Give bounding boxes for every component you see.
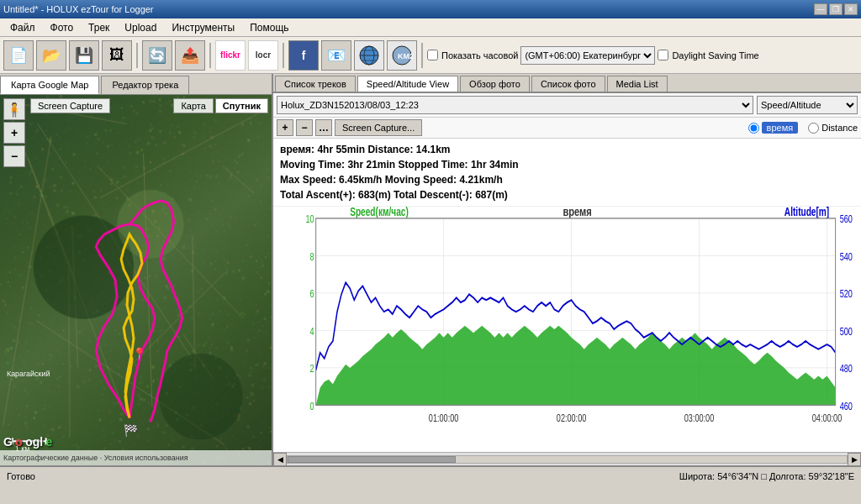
radio-distance-label: Distance xyxy=(821,123,858,133)
radio-group: время Distance xyxy=(748,122,858,134)
svg-text:Altitude[m]: Altitude[m] xyxy=(784,207,829,219)
menu-help[interactable]: Помощь xyxy=(243,20,295,35)
attribution-text[interactable]: Картографические данные · Условия исполь… xyxy=(3,454,188,462)
zoom-in-chart-button[interactable]: + xyxy=(277,119,293,136)
tab-track-editor[interactable]: Редактор трека xyxy=(101,76,189,94)
menu-upload[interactable]: Upload xyxy=(118,20,163,35)
svg-text:8: 8 xyxy=(310,251,314,263)
stats-line1: время: 4hr 55min Distance: 14.1km xyxy=(280,142,854,157)
svg-text:время: время xyxy=(563,207,591,219)
svg-text:540: 540 xyxy=(840,251,853,263)
toolbar-separator-2 xyxy=(209,43,211,68)
daylight-checkbox[interactable] xyxy=(658,50,668,60)
radio-time-input[interactable] xyxy=(748,123,759,134)
daylight-label: Daylight Saving Time xyxy=(672,50,758,60)
map-button-type[interactable]: Карта xyxy=(173,98,213,113)
svg-text:04:00:00: 04:00:00 xyxy=(812,412,842,423)
radio-distance-input[interactable] xyxy=(808,123,819,134)
map-button[interactable]: KM2 xyxy=(387,40,417,71)
left-tab-bar: Карта Google Map Редактор трека xyxy=(0,74,272,95)
tab-google-map[interactable]: Карта Google Map xyxy=(0,76,99,94)
screen-capture-chart-button[interactable]: Screen Capture... xyxy=(335,119,422,136)
map-area: 🧍 + − Screen Capture Карта Спутник Кар xyxy=(0,95,272,465)
chart-scrollbar: ◀ ▶ xyxy=(273,452,861,465)
status-coordinates-text: Широта: 54°6'34"N □ Долгота: 59°32'18"E xyxy=(679,471,854,481)
zoom-in-button[interactable]: + xyxy=(3,122,25,144)
chart-area[interactable]: 0 2 4 6 8 10 460 480 500 520 540 560 01:… xyxy=(273,207,861,452)
svg-text:03:00:00: 03:00:00 xyxy=(684,412,714,423)
zoom-out-button[interactable]: − xyxy=(3,145,25,167)
radio-distance[interactable]: Distance xyxy=(808,123,858,134)
timezone-select[interactable]: (GMT+06:00) Екатеринбург xyxy=(520,46,655,65)
upload-button[interactable]: 🔄 xyxy=(142,40,172,71)
minimize-button[interactable]: — xyxy=(814,3,827,15)
scroll-left-button[interactable]: ◀ xyxy=(273,453,287,466)
status-coordinates: Широта: 54°6'34"N □ Долгота: 59°32'18"E xyxy=(679,471,854,481)
view-selector[interactable]: Speed/Altitude SpeedAltitude xyxy=(757,96,858,114)
chart-toolbar: + − … Screen Capture... время Distance xyxy=(273,118,861,139)
satellite-button-type[interactable]: Спутник xyxy=(215,98,268,113)
clock-area: Показать часовой xyxy=(427,50,518,60)
globe-button[interactable] xyxy=(354,40,384,71)
svg-text:520: 520 xyxy=(840,288,853,300)
menu-photo[interactable]: Фото xyxy=(44,20,81,35)
save-button[interactable]: 💾 xyxy=(69,40,99,71)
stats-area: время: 4hr 55min Distance: 14.1km Moving… xyxy=(273,139,861,207)
map-canvas[interactable] xyxy=(0,95,272,465)
left-panel: Карта Google Map Редактор трека 🧍 + − Sc… xyxy=(0,74,273,465)
toolbar-separator-4 xyxy=(421,43,423,68)
flickr-button[interactable]: flickr xyxy=(215,40,246,71)
svg-text:01:00:00: 01:00:00 xyxy=(429,412,458,423)
screen-capture-button[interactable]: Screen Capture xyxy=(30,98,110,113)
right-panel: Список треков Speed/Altitude View Обзор … xyxy=(273,74,861,465)
track-selector-row: Holux_ZD3N152013/08/03_12:23 Speed/Altit… xyxy=(273,93,861,118)
toolbar-separator-1 xyxy=(136,43,138,68)
scroll-track[interactable] xyxy=(287,455,848,464)
svg-text:Speed(км/час): Speed(км/час) xyxy=(350,207,409,219)
svg-text:2: 2 xyxy=(310,363,314,375)
svg-text:6: 6 xyxy=(310,288,314,300)
tab-photo-list[interactable]: Список фото xyxy=(531,76,605,92)
menu-track[interactable]: Трек xyxy=(82,20,116,35)
main-content: Карта Google Map Редактор трека 🧍 + − Sc… xyxy=(0,74,861,465)
track-selector[interactable]: Holux_ZD3N152013/08/03_12:23 xyxy=(277,96,753,114)
tab-photo-review[interactable]: Обзор фото xyxy=(460,76,530,92)
daylight-area: Daylight Saving Time xyxy=(658,50,758,60)
zoom-out-chart-button[interactable]: − xyxy=(296,119,313,136)
restore-button[interactable]: ❐ xyxy=(829,3,843,15)
facebook-button[interactable]: f xyxy=(288,40,319,71)
close-button[interactable]: ✕ xyxy=(844,3,858,15)
stats-line3: Max Speed: 6.45km/h Moving Speed: 4.21km… xyxy=(280,172,854,187)
svg-text:460: 460 xyxy=(840,401,853,412)
open-button[interactable]: 📂 xyxy=(36,40,66,71)
tab-speed-altitude[interactable]: Speed/Altitude View xyxy=(357,76,458,92)
radio-time[interactable]: время xyxy=(748,122,799,134)
tab-track-list[interactable]: Список треков xyxy=(275,76,356,92)
svg-text:02:00:00: 02:00:00 xyxy=(557,412,586,423)
map-controls: 🧍 + − xyxy=(3,98,25,167)
menu-tools[interactable]: Инструменты xyxy=(165,20,241,35)
toolbar: 📄 📂 💾 🖼 🔄 📤 flickr locr f 📧 KM2 Показать… xyxy=(0,37,861,74)
right-tab-bar: Список треков Speed/Altitude View Обзор … xyxy=(273,74,861,93)
locr-button[interactable]: locr xyxy=(248,40,278,71)
show-clock-label: Показать часовой xyxy=(441,50,518,60)
map-attribution: Картографические данные · Условия исполь… xyxy=(0,450,272,465)
svg-text:560: 560 xyxy=(840,213,853,225)
window-controls: — ❐ ✕ xyxy=(814,3,858,15)
pegman-button[interactable]: 🧍 xyxy=(3,98,25,120)
show-clock-checkbox[interactable] xyxy=(427,50,438,60)
tab-media-list[interactable]: Media List xyxy=(607,76,668,92)
radio-time-label: время xyxy=(762,122,799,134)
menubar: Файл Фото Трек Upload Инструменты Помощь xyxy=(0,18,861,37)
export-button[interactable]: 📤 xyxy=(175,40,205,71)
menu-file[interactable]: Файл xyxy=(3,20,42,35)
scroll-right-button[interactable]: ▶ xyxy=(848,453,861,466)
range-button[interactable]: … xyxy=(315,119,332,136)
photo-button[interactable]: 🖼 xyxy=(102,40,132,71)
email-button[interactable]: 📧 xyxy=(321,40,351,71)
new-button[interactable]: 📄 xyxy=(3,40,34,71)
scroll-thumb[interactable] xyxy=(288,456,456,463)
svg-text:480: 480 xyxy=(840,363,853,375)
status-ready-text: Готово xyxy=(7,471,35,481)
titlebar: Untitled* - HOLUX ezTour for Logger — ❐ … xyxy=(0,0,861,18)
